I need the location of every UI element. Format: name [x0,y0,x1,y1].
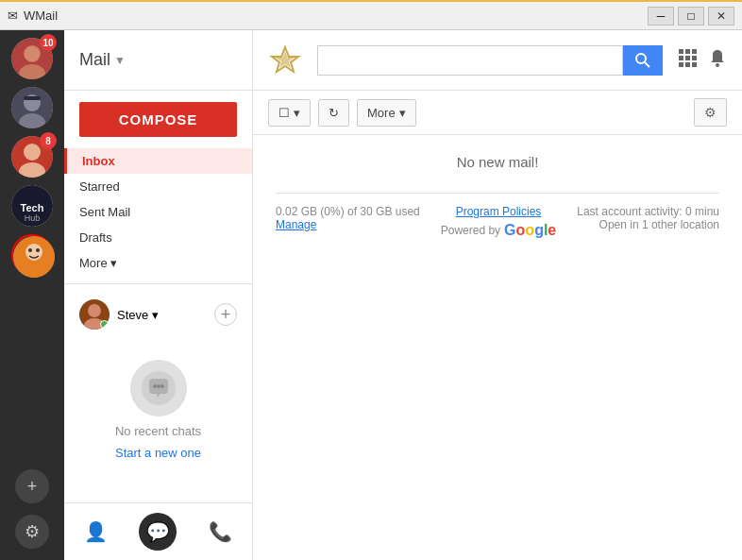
open-in-other: Open in 1 other location [577,218,719,231]
nav-item-more[interactable]: More ▾ [64,250,252,276]
chat-tab[interactable]: 💬 [139,513,177,551]
avatar-sidebar-bottom: + ⚙ [15,469,49,560]
phone-tab[interactable]: 📞 [202,513,240,551]
app-body: 10 8 [0,30,742,560]
sidebar-settings-button[interactable]: ⚙ [15,515,49,549]
svg-point-39 [716,63,719,67]
title-bar: ✉ WMail ─ □ ✕ [0,0,742,30]
svg-text:Tech: Tech [21,202,44,213]
storage-right: Last account activity: 0 minu Open in 1 … [577,205,719,239]
nav-item-starred[interactable]: Starred [64,174,252,199]
online-indicator [100,320,109,329]
refresh-button[interactable]: ↻ [318,99,349,127]
main-content: ☐ ▾ ↻ More ▾ ⚙ No new mail! 0.02 GB (0%)… [253,30,742,560]
more-arrow: ▾ [399,106,406,120]
nav-item-inbox[interactable]: Inbox [64,148,252,174]
policies-link[interactable]: Program Policies [441,205,557,218]
account-avatar-5[interactable] [11,234,53,276]
app-logo [268,43,302,77]
chat-user-steve[interactable]: Steve ▾ + [64,292,252,337]
storage-text: 0.02 GB (0%) of 30 GB used [276,205,420,218]
nav-bottom-tabs: 👤 💬 📞 [64,502,252,560]
settings-icon: ⚙ [704,105,717,120]
window-controls: ─ □ ✕ [648,7,734,25]
more-button[interactable]: More ▾ [357,99,416,127]
svg-point-23 [153,384,157,388]
svg-text:Hub: Hub [25,213,41,223]
svg-rect-36 [679,62,683,67]
chat-bubble-icon [130,360,187,416]
svg-line-29 [645,62,649,67]
refresh-icon: ↻ [329,106,339,120]
svg-rect-32 [692,49,697,54]
avatar-sidebar: 10 8 [0,30,64,560]
no-mail-message: No new mail! [457,154,539,170]
svg-rect-34 [685,56,690,60]
select-checkbox-button[interactable]: ☐ ▾ [268,99,311,127]
svg-rect-33 [679,56,683,60]
svg-rect-7 [24,96,41,100]
contacts-icon: 👤 [84,520,108,543]
nav-items: Inbox Starred Sent Mail Drafts More ▾ [64,148,252,276]
checkbox-icon: ☐ [278,106,290,120]
mail-area: No new mail! 0.02 GB (0%) of 30 GB used … [253,135,742,560]
mail-title[interactable]: Mail ▼ [79,50,126,70]
minimize-button[interactable]: ─ [648,7,674,25]
svg-rect-31 [685,49,690,54]
svg-point-20 [88,304,101,317]
svg-point-3 [25,46,40,61]
storage-info: 0.02 GB (0%) of 30 GB used Manage Progra… [276,193,719,239]
title-bar-left: ✉ WMail [8,8,58,23]
google-logo: Google [504,222,556,239]
grid-icon[interactable] [678,48,697,72]
svg-point-25 [160,384,164,388]
top-bar [253,30,742,91]
phone-icon: 📞 [209,520,232,543]
chat-placeholder: No recent chats Start a new one [64,337,252,467]
account-avatar-4[interactable]: Tech Hub [11,185,53,227]
chat-user-name: Steve ▾ [117,308,159,322]
nav-item-drafts[interactable]: Drafts [64,225,252,250]
mail-dropdown-arrow: ▼ [114,54,126,67]
compose-button[interactable]: COMPOSE [79,102,237,137]
add-chat-button[interactable]: + [214,303,237,326]
add-account-button[interactable]: + [15,469,49,503]
powered-by: Powered by Google [441,222,557,239]
contacts-tab[interactable]: 👤 [76,513,114,551]
nav-item-more-label: More ▾ [79,256,117,270]
nav-item-starred-label: Starred [79,179,120,194]
svg-point-9 [24,144,41,161]
no-chats-text: No recent chats [115,424,201,438]
chat-icon: 💬 [146,520,170,543]
manage-link[interactable]: Manage [276,218,316,231]
nav-item-drafts-label: Drafts [79,230,112,245]
badge-1: 10 [40,34,57,51]
start-new-chat-link[interactable]: Start a new one [115,446,201,460]
svg-rect-38 [692,62,697,67]
toolbar: ☐ ▾ ↻ More ▾ ⚙ [253,91,742,135]
search-bar [317,45,663,76]
nav-item-inbox-label: Inbox [82,154,115,168]
svg-point-18 [36,248,40,252]
search-input[interactable] [317,45,623,76]
close-button[interactable]: ✕ [708,7,734,25]
last-activity: Last account activity: 0 minu [577,205,719,218]
chat-avatar [79,299,110,330]
search-button[interactable] [623,45,663,76]
storage-center: Program Policies Powered by Google [441,205,557,239]
svg-rect-30 [679,49,683,54]
notifications-icon[interactable] [708,48,727,72]
svg-point-24 [157,384,160,388]
account-avatar-1[interactable]: 10 [11,38,53,79]
top-bar-right [678,48,727,72]
settings-button[interactable]: ⚙ [694,98,727,127]
app-icon: ✉ [8,8,18,23]
svg-point-28 [636,54,646,63]
nav-header: Mail ▼ [64,30,252,91]
account-avatar-2[interactable] [11,87,53,128]
maximize-button[interactable]: □ [678,7,704,25]
dropdown-arrow: ▾ [294,106,300,120]
svg-rect-37 [685,62,690,67]
nav-item-sent[interactable]: Sent Mail [64,199,252,225]
account-avatar-3[interactable]: 8 [11,136,53,178]
